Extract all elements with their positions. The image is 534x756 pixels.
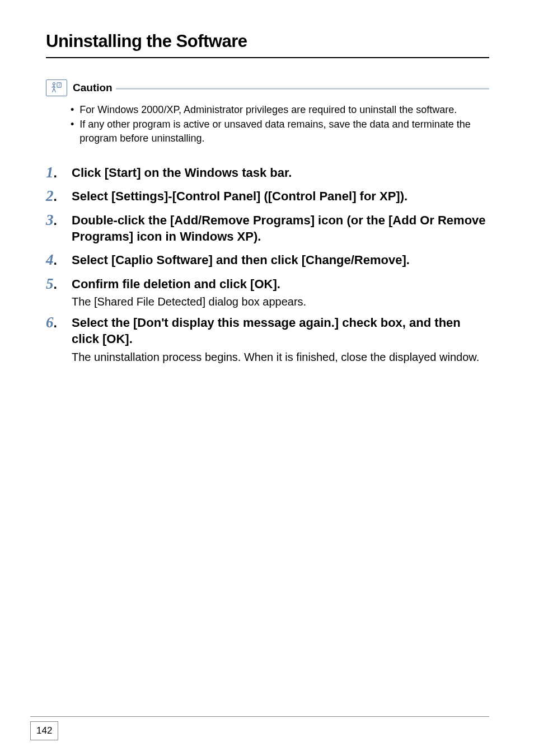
step-title: Select [Caplio Software] and then click …	[72, 252, 489, 269]
step-title: Confirm file deletion and click [OK].	[72, 276, 489, 293]
step-title: Click [Start] on the Windows task bar.	[72, 165, 489, 181]
step-item: 4. Select [Caplio Software] and then cli…	[46, 251, 489, 271]
step-number: 5.	[46, 275, 72, 310]
step-item: 5. Confirm file deletion and click [OK].…	[46, 275, 489, 310]
step-title: Select the [Don't display this message a…	[72, 315, 489, 347]
bullet-icon: •	[71, 118, 74, 145]
caution-list: • For Windows 2000/XP, Administrator pri…	[71, 103, 489, 145]
caution-header: Caution	[46, 79, 489, 96]
page-title: Uninstalling the Software	[46, 31, 489, 58]
steps-list: 1. Click [Start] on the Windows task bar…	[46, 164, 489, 365]
step-item: 6. Select the [Don't display this messag…	[46, 314, 489, 364]
step-item: 2. Select [Settings]-[Control Panel] ([C…	[46, 187, 489, 207]
svg-point-2	[59, 84, 60, 84]
step-number: 6.	[46, 314, 72, 364]
footer-divider	[30, 716, 489, 717]
caution-item: • For Windows 2000/XP, Administrator pri…	[71, 103, 489, 116]
caution-label: Caution	[73, 82, 113, 94]
page-footer: 142	[30, 721, 58, 740]
step-number: 3.	[46, 212, 72, 247]
step-description: The [Shared File Detected] dialog box ap…	[72, 294, 489, 309]
warning-icon	[50, 82, 63, 94]
step-number: 2.	[46, 187, 72, 207]
page-number: 142	[30, 721, 58, 740]
step-item: 1. Click [Start] on the Windows task bar…	[46, 164, 489, 184]
step-number: 4.	[46, 251, 72, 271]
step-title: Select [Settings]-[Control Panel] ([Cont…	[72, 189, 489, 205]
step-description: The uninstallation process begins. When …	[72, 350, 489, 365]
svg-rect-1	[57, 83, 61, 87]
caution-item: • If any other program is active or unsa…	[71, 118, 489, 145]
step-title: Double-click the [Add/Remove Programs] i…	[72, 213, 489, 245]
caution-text: For Windows 2000/XP, Administrator privi…	[79, 103, 457, 116]
caution-text: If any other program is active or unsave…	[79, 118, 489, 145]
caution-icon-box	[46, 79, 67, 96]
caution-divider	[116, 88, 489, 90]
step-number: 1.	[46, 164, 72, 184]
bullet-icon: •	[71, 103, 74, 116]
step-item: 3. Double-click the [Add/Remove Programs…	[46, 212, 489, 247]
